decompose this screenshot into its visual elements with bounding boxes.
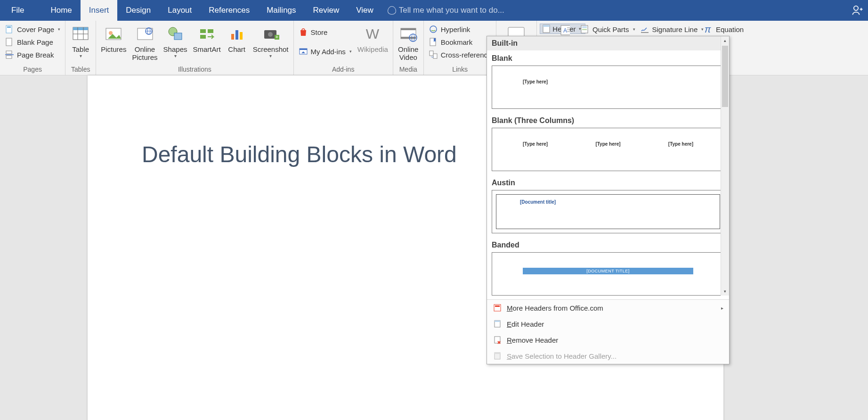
- tab-review[interactable]: Review: [305, 0, 348, 21]
- hyperlink-icon: [429, 25, 438, 34]
- blank-page-button[interactable]: Blank Page: [3, 36, 62, 48]
- table-button[interactable]: Table ▾: [68, 23, 93, 59]
- save-selection-label: Save Selection to Header Gallery...: [507, 352, 617, 360]
- tab-mailings[interactable]: Mailings: [258, 0, 304, 21]
- placeholder-text: [Type here]: [668, 141, 693, 147]
- scroll-down-icon[interactable]: ▾: [721, 287, 729, 296]
- online-pictures-button[interactable]: Online Pictures: [130, 23, 159, 63]
- gallery-item-banded[interactable]: [DOCUMENT TITLE]: [492, 252, 724, 296]
- gallery-item-austin[interactable]: [Document title]: [492, 190, 724, 233]
- caret-icon: ▾: [174, 53, 177, 58]
- group-tables: Table ▾ Tables: [65, 21, 96, 75]
- table-label: Table: [72, 45, 89, 53]
- gallery-item-title-blank: Blank: [487, 50, 729, 66]
- caret-icon: ▾: [349, 49, 352, 54]
- scrollbar-thumb[interactable]: [722, 46, 728, 107]
- edit-header-menuitem[interactable]: Edit Header: [487, 316, 729, 332]
- remove-header-label: Remove Header: [507, 336, 558, 344]
- shapes-label: Shapes: [163, 45, 187, 53]
- group-pages: Cover Page▾ Blank Page Page Break Pages: [0, 21, 65, 75]
- online-video-button[interactable]: Online Video: [396, 23, 421, 63]
- signature-line-button[interactable]: Signature Line▾: [638, 24, 706, 35]
- office-icon: [493, 303, 502, 313]
- table-icon: [70, 24, 91, 44]
- tab-layout[interactable]: Layout: [159, 0, 200, 21]
- group-text: A: [556, 23, 575, 36]
- svg-point-38: [430, 26, 437, 33]
- equation-icon: π: [704, 25, 713, 34]
- gallery-item-blank[interactable]: [Type here]: [492, 66, 724, 109]
- chart-icon: [227, 24, 247, 44]
- placeholder-text: [Document title]: [520, 199, 556, 205]
- signature-line-label: Signature Line: [652, 25, 698, 33]
- shapes-button[interactable]: Shapes ▾: [162, 23, 189, 59]
- pictures-button[interactable]: Pictures: [99, 23, 128, 54]
- scroll-up-icon[interactable]: ▴: [721, 36, 729, 45]
- my-addins-button[interactable]: My Add-ins▾: [297, 46, 354, 57]
- group-pages-label: Pages: [3, 66, 62, 74]
- header-icon: [542, 25, 551, 33]
- svg-rect-41: [433, 54, 437, 58]
- smartart-button[interactable]: SmartArt: [191, 23, 222, 54]
- screenshot-button[interactable]: + Screenshot ▾: [251, 23, 291, 59]
- tab-file[interactable]: File: [3, 0, 32, 21]
- equation-button[interactable]: π Equation: [702, 24, 746, 35]
- cross-reference-button[interactable]: Cross-reference: [427, 49, 494, 60]
- store-button[interactable]: Store: [297, 26, 354, 38]
- bookmark-label: Bookmark: [441, 38, 473, 46]
- svg-text:+: +: [276, 34, 278, 40]
- chart-button[interactable]: Chart: [225, 23, 249, 54]
- svg-rect-8: [73, 27, 88, 30]
- gallery-item-blank-three[interactable]: [Type here] [Type here] [Type here]: [492, 128, 724, 171]
- wikipedia-label: Wikipedia: [357, 45, 388, 53]
- cross-reference-icon: [429, 50, 438, 59]
- quick-parts-button[interactable]: Quick Parts▾: [578, 24, 637, 35]
- more-headers-menuitem[interactable]: More Headers from Office.com ▸: [487, 300, 729, 316]
- tab-references[interactable]: References: [200, 0, 258, 21]
- cover-page-icon: [5, 25, 14, 34]
- more-headers-label: More Headers from Office.com: [507, 304, 603, 312]
- placeholder-text: [Type here]: [595, 141, 620, 147]
- svg-rect-5: [6, 56, 12, 58]
- remove-header-menuitem[interactable]: Remove Header: [487, 332, 729, 348]
- quick-parts-icon: [580, 25, 590, 34]
- svg-point-13: [109, 31, 113, 35]
- bookmark-button[interactable]: Bookmark: [427, 36, 494, 48]
- svg-text:W: W: [366, 26, 380, 41]
- pictures-icon: [103, 24, 124, 44]
- caret-icon: ▾: [58, 27, 60, 32]
- tab-insert[interactable]: Insert: [81, 0, 118, 21]
- svg-rect-57: [495, 305, 500, 307]
- group-media-label: Media: [396, 66, 421, 74]
- gallery-item-title-blank3: Blank (Three Columns): [487, 113, 729, 128]
- hyperlink-label: Hyperlink: [441, 25, 471, 33]
- hyperlink-button[interactable]: Hyperlink: [427, 24, 494, 35]
- tell-me-search[interactable]: Tell me what you want to do...: [388, 6, 865, 15]
- online-video-icon: [398, 24, 419, 44]
- text-group-right: Quick Parts▾ Signature Line▾: [578, 24, 706, 35]
- svg-rect-21: [208, 29, 213, 33]
- tab-design[interactable]: Design: [117, 0, 159, 21]
- equation-label: Equation: [716, 25, 744, 33]
- online-video-label: Online Video: [398, 45, 418, 62]
- svg-rect-23: [231, 34, 234, 40]
- page-break-button[interactable]: Page Break: [3, 49, 62, 60]
- svg-rect-35: [401, 37, 416, 39]
- caret-icon: ▾: [633, 27, 635, 32]
- cover-page-button[interactable]: Cover Page▾: [3, 24, 62, 35]
- svg-rect-2: [7, 26, 11, 28]
- gallery-scrollbar[interactable]: ▴ ▾: [721, 36, 729, 296]
- page-break-icon: [5, 50, 14, 59]
- tab-home[interactable]: Home: [42, 0, 80, 21]
- gallery-item-title-austin: Austin: [487, 175, 729, 190]
- group-symbols: π Equation: [702, 24, 746, 35]
- store-icon: [299, 27, 308, 37]
- share-icon[interactable]: [851, 4, 864, 17]
- text-box-icon: A: [560, 25, 570, 35]
- group-addins-label: Add-ins: [297, 66, 390, 74]
- wikipedia-button[interactable]: W Wikipedia: [356, 23, 390, 54]
- my-addins-label: My Add-ins: [311, 48, 346, 56]
- tab-view[interactable]: View: [348, 0, 382, 21]
- text-box-icon-button[interactable]: A: [559, 25, 572, 35]
- store-label: Store: [311, 28, 328, 36]
